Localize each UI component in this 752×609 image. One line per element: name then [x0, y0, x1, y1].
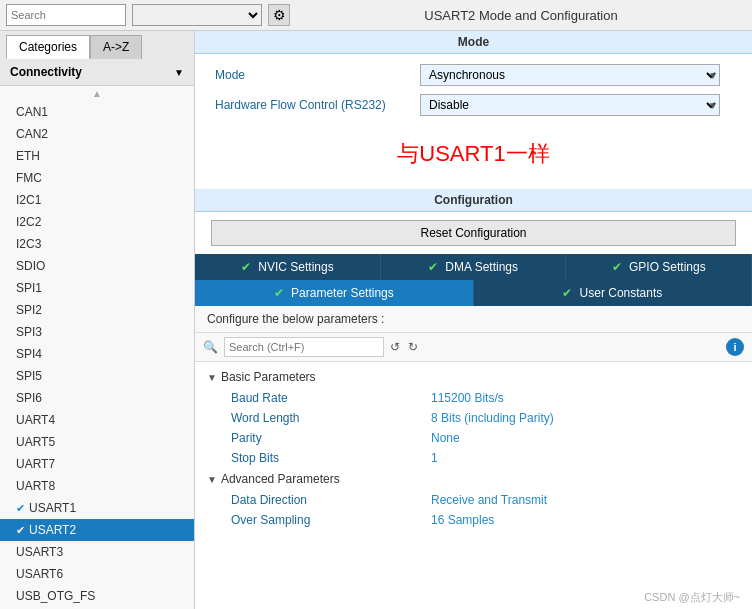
param-name-baud-rate: Baud Rate	[231, 391, 431, 405]
param-row-word-length: Word Length 8 Bits (including Parity)	[195, 408, 752, 428]
tab-dma-settings[interactable]: ✔ DMA Settings	[381, 254, 567, 280]
info-icon[interactable]: i	[726, 338, 744, 356]
param-name-data-direction: Data Direction	[231, 493, 431, 507]
config-tabs-row-2: ✔ Parameter Settings ✔ User Constants	[195, 280, 752, 306]
sidebar-category-connectivity[interactable]: Connectivity ▼	[0, 59, 194, 86]
params-search-row: 🔍 ↺ ↻ i	[195, 333, 752, 362]
sidebar-item-i2c1[interactable]: I2C1	[0, 189, 194, 211]
sidebar-item-i2c2[interactable]: I2C2	[0, 211, 194, 233]
sidebar-item-usart2[interactable]: ✔ USART2	[0, 519, 194, 541]
dma-check-icon: ✔	[428, 260, 438, 274]
user-const-check-icon: ✔	[562, 286, 572, 300]
sidebar-item-spi5[interactable]: SPI5	[0, 365, 194, 387]
sidebar-item-spi6[interactable]: SPI6	[0, 387, 194, 409]
mode-section-header: Mode	[195, 31, 752, 54]
reset-configuration-button[interactable]: Reset Configuration	[211, 220, 736, 246]
chinese-note: 与USART1一样	[215, 124, 732, 179]
top-search-dropdown[interactable]	[132, 4, 262, 26]
sidebar-item-spi1[interactable]: SPI1	[0, 277, 194, 299]
sidebar-item-can1[interactable]: CAN1	[0, 101, 194, 123]
tab-gpio-settings[interactable]: ✔ GPIO Settings	[566, 254, 752, 280]
refresh-icon-2[interactable]: ↻	[408, 340, 418, 354]
chevron-down-icon: ▼	[174, 67, 184, 78]
sidebar-tabs: Categories A->Z	[0, 31, 194, 59]
tab-nvic-settings[interactable]: ✔ NVIC Settings	[195, 254, 381, 280]
param-value-over-sampling: 16 Samples	[431, 513, 740, 527]
sidebar-item-usb-otg-fs[interactable]: USB_OTG_FS	[0, 585, 194, 607]
mode-label: Mode	[215, 68, 410, 82]
check-icon-white: ✔	[16, 524, 25, 537]
param-row-over-sampling: Over Sampling 16 Samples	[195, 510, 752, 530]
param-value-stop-bits: 1	[431, 451, 740, 465]
window-title: USART2 Mode and Configuration	[296, 8, 746, 23]
category-label: Connectivity	[10, 65, 82, 79]
param-value-data-direction: Receive and Transmit	[431, 493, 740, 507]
params-content: ▼ Basic Parameters Baud Rate 115200 Bits…	[195, 362, 752, 586]
tab-categories[interactable]: Categories	[6, 35, 90, 59]
param-row-baud-rate: Baud Rate 115200 Bits/s	[195, 388, 752, 408]
hw-flow-label: Hardware Flow Control (RS232)	[215, 98, 410, 112]
top-search-input[interactable]	[6, 4, 126, 26]
advanced-params-arrow: ▼	[207, 474, 217, 485]
configure-label: Configure the below parameters :	[195, 306, 752, 333]
sidebar-item-spi2[interactable]: SPI2	[0, 299, 194, 321]
sidebar-scroll: ▲ CAN1 CAN2 ETH FMC I2C1 I2C2 I2C3 SDIO …	[0, 86, 194, 609]
param-name-over-sampling: Over Sampling	[231, 513, 431, 527]
config-section-header: Configuration	[195, 189, 752, 212]
param-value-parity: None	[431, 431, 740, 445]
sidebar-item-uart7[interactable]: UART7	[0, 453, 194, 475]
sidebar-item-spi4[interactable]: SPI4	[0, 343, 194, 365]
mode-select[interactable]: Asynchronous	[420, 64, 720, 86]
nvic-check-icon: ✔	[241, 260, 251, 274]
param-row-parity: Parity None	[195, 428, 752, 448]
sidebar-item-fmc[interactable]: FMC	[0, 167, 194, 189]
sidebar-item-i2c3[interactable]: I2C3	[0, 233, 194, 255]
param-value-word-length: 8 Bits (including Parity)	[431, 411, 740, 425]
top-bar: ⚙ USART2 Mode and Configuration	[0, 0, 752, 31]
sidebar-item-usart6[interactable]: USART6	[0, 563, 194, 585]
mode-content: Mode Asynchronous ▼ Hardware Flow Contro…	[195, 54, 752, 189]
param-name-stop-bits: Stop Bits	[231, 451, 431, 465]
advanced-params-header[interactable]: ▼ Advanced Parameters	[195, 468, 752, 490]
hw-flow-select[interactable]: Disable	[420, 94, 720, 116]
param-row-data-direction: Data Direction Receive and Transmit	[195, 490, 752, 510]
param-row-stop-bits: Stop Bits 1	[195, 448, 752, 468]
sidebar: Categories A->Z Connectivity ▼ ▲ CAN1 CA…	[0, 31, 195, 609]
basic-params-header[interactable]: ▼ Basic Parameters	[195, 366, 752, 388]
watermark: CSDN @点灯大师~	[195, 586, 752, 609]
config-section: Configuration Reset Configuration ✔ NVIC…	[195, 189, 752, 609]
param-value-baud-rate: 115200 Bits/s	[431, 391, 740, 405]
gpio-check-icon: ✔	[612, 260, 622, 274]
main-layout: Categories A->Z Connectivity ▼ ▲ CAN1 CA…	[0, 31, 752, 609]
sidebar-item-usart1[interactable]: ✔ USART1	[0, 497, 194, 519]
search-small-icon: 🔍	[203, 340, 218, 354]
param-name-parity: Parity	[231, 431, 431, 445]
sidebar-item-uart8[interactable]: UART8	[0, 475, 194, 497]
basic-params-arrow: ▼	[207, 372, 217, 383]
sidebar-item-eth[interactable]: ETH	[0, 145, 194, 167]
gear-icon: ⚙	[273, 7, 286, 23]
tab-user-constants[interactable]: ✔ User Constants	[474, 280, 753, 306]
hw-flow-row: Hardware Flow Control (RS232) Disable ▼	[215, 94, 732, 116]
params-search-input[interactable]	[224, 337, 384, 357]
config-tabs-row: ✔ NVIC Settings ✔ DMA Settings ✔ GPIO Se…	[195, 254, 752, 280]
refresh-icon[interactable]: ↺	[390, 340, 400, 354]
content-area: Mode Mode Asynchronous ▼ Hardware Flow C…	[195, 31, 752, 609]
check-icon: ✔	[16, 502, 25, 515]
tab-a-to-z[interactable]: A->Z	[90, 35, 142, 59]
sidebar-item-spi3[interactable]: SPI3	[0, 321, 194, 343]
mode-row: Mode Asynchronous ▼	[215, 64, 732, 86]
sidebar-item-sdio[interactable]: SDIO	[0, 255, 194, 277]
sidebar-item-uart4[interactable]: UART4	[0, 409, 194, 431]
gear-button[interactable]: ⚙	[268, 4, 290, 26]
sidebar-item-usart3[interactable]: USART3	[0, 541, 194, 563]
tab-parameter-settings[interactable]: ✔ Parameter Settings	[195, 280, 474, 306]
sidebar-item-uart5[interactable]: UART5	[0, 431, 194, 453]
param-name-word-length: Word Length	[231, 411, 431, 425]
sidebar-item-can2[interactable]: CAN2	[0, 123, 194, 145]
scroll-up-arrow[interactable]: ▲	[0, 86, 194, 101]
param-check-icon: ✔	[274, 286, 284, 300]
